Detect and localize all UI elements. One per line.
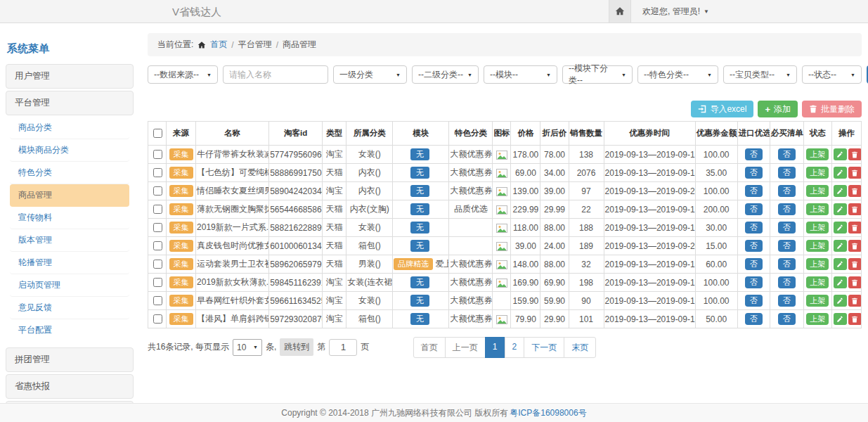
filter-select[interactable]: --宝贝类型-- ▼ (723, 65, 797, 84)
delete-button[interactable] (848, 240, 862, 252)
delete-button[interactable] (848, 222, 862, 234)
row-checkbox[interactable] (153, 205, 162, 214)
must-buy-toggle[interactable]: 否 (778, 222, 796, 234)
name-search-input[interactable] (223, 65, 328, 84)
sidebar-subitem[interactable]: 特色分类 (10, 162, 129, 184)
filter-select[interactable]: --模块-- ▼ (484, 65, 557, 84)
imported-toggle[interactable]: 否 (745, 276, 763, 288)
sidebar-subitem[interactable]: 平台配置 (10, 319, 129, 341)
row-checkbox[interactable] (153, 186, 162, 196)
delete-button[interactable] (848, 313, 862, 325)
page-number-input[interactable] (329, 339, 357, 356)
delete-button[interactable] (848, 167, 862, 179)
filter-select[interactable]: --二级分类-- ▼ (412, 65, 479, 84)
edit-button[interactable] (834, 203, 847, 215)
must-buy-toggle[interactable]: 否 (778, 203, 796, 215)
filter-select[interactable]: --模块下分类-- ▼ (562, 65, 633, 84)
row-checkbox[interactable] (153, 150, 162, 159)
row-checkbox[interactable] (153, 296, 162, 305)
sidebar-subitem[interactable]: 轮播管理 (10, 252, 129, 274)
edit-button[interactable] (834, 258, 847, 270)
status-button[interactable]: 上架 (806, 276, 829, 288)
filter-select[interactable]: --数据来源-- ▼ (148, 65, 218, 84)
select-all-checkbox[interactable] (153, 129, 162, 138)
status-button[interactable]: 上架 (806, 167, 829, 179)
jump-button[interactable]: 跳转到 (280, 338, 313, 356)
must-buy-toggle[interactable]: 否 (778, 240, 796, 252)
sidebar-subitem[interactable]: 商品管理 (10, 184, 129, 207)
row-checkbox[interactable] (153, 168, 162, 177)
imported-toggle[interactable]: 否 (745, 313, 763, 325)
status-button[interactable]: 上架 (806, 240, 829, 252)
sidebar-subitem[interactable]: 模块商品分类 (10, 139, 129, 162)
status-button[interactable]: 上架 (806, 203, 829, 215)
status-button[interactable]: 上架 (806, 185, 829, 197)
status-button[interactable]: 上架 (806, 222, 829, 234)
pager-button[interactable]: 下一页 (524, 337, 564, 358)
delete-button[interactable] (848, 276, 862, 288)
row-checkbox[interactable] (153, 260, 162, 269)
sidebar-group-header[interactable]: 拼团管理 (6, 347, 134, 372)
imported-toggle[interactable]: 否 (745, 258, 763, 270)
imported-toggle[interactable]: 否 (745, 240, 763, 252)
row-checkbox[interactable] (153, 314, 162, 324)
user-menu[interactable]: 欢迎您, 管理员! ▼ (631, 0, 720, 23)
status-button[interactable]: 上架 (806, 148, 829, 160)
edit-button[interactable] (834, 148, 847, 160)
imported-toggle[interactable]: 否 (745, 148, 763, 160)
home-button[interactable] (609, 0, 631, 23)
sidebar-subitem[interactable]: 版本管理 (10, 229, 129, 252)
filter-select[interactable]: 一级分类 ▼ (333, 65, 407, 84)
pager-button[interactable]: 首页 (413, 337, 446, 358)
imported-toggle[interactable]: 否 (745, 295, 763, 307)
delete-button[interactable] (848, 203, 862, 215)
row-checkbox[interactable] (153, 241, 162, 250)
must-buy-toggle[interactable]: 否 (778, 295, 796, 307)
delete-button[interactable] (848, 258, 862, 270)
edit-button[interactable] (834, 313, 847, 325)
must-buy-toggle[interactable]: 否 (778, 258, 796, 270)
batch-delete-button[interactable]: 批量删除 (802, 101, 862, 117)
must-buy-toggle[interactable]: 否 (778, 148, 796, 160)
icp-link[interactable]: 粤ICP备16098006号 (510, 407, 586, 419)
imported-toggle[interactable]: 否 (745, 167, 763, 179)
must-buy-toggle[interactable]: 否 (778, 313, 796, 325)
must-buy-toggle[interactable]: 否 (778, 276, 796, 288)
sidebar-subitem[interactable]: 宣传物料 (10, 207, 129, 229)
filter-select[interactable]: --特色分类-- ▼ (637, 65, 718, 84)
sidebar-subitem[interactable]: 启动页管理 (10, 274, 129, 297)
imported-toggle[interactable]: 否 (745, 203, 763, 215)
edit-button[interactable] (834, 240, 847, 252)
pager-button[interactable]: 1 (485, 337, 505, 358)
row-checkbox[interactable] (153, 278, 162, 287)
delete-button[interactable] (848, 148, 862, 160)
per-page-select[interactable]: 10 ▼ (233, 339, 262, 356)
sidebar-subitem[interactable]: 意见反馈 (10, 297, 129, 319)
pager-button[interactable]: 2 (505, 337, 525, 358)
edit-button[interactable] (834, 167, 847, 179)
add-button[interactable]: + 添加 (758, 101, 798, 117)
status-button[interactable]: 上架 (806, 313, 829, 325)
import-excel-button[interactable]: 导入excel (691, 101, 753, 117)
status-button[interactable]: 上架 (806, 258, 829, 270)
sidebar-group-header[interactable]: 省惠快报 (6, 374, 134, 399)
filter-select[interactable]: --状态-- ▼ (802, 65, 862, 84)
edit-button[interactable] (834, 295, 847, 307)
pager-button[interactable]: 上一页 (445, 337, 486, 358)
edit-button[interactable] (834, 276, 847, 288)
delete-button[interactable] (848, 295, 862, 307)
imported-toggle[interactable]: 否 (745, 185, 763, 197)
must-buy-toggle[interactable]: 否 (778, 167, 796, 179)
imported-toggle[interactable]: 否 (745, 222, 763, 234)
edit-button[interactable] (834, 185, 847, 197)
row-checkbox[interactable] (153, 223, 162, 232)
sidebar-subitem[interactable]: 商品分类 (10, 117, 129, 139)
pager-button[interactable]: 末页 (564, 337, 596, 358)
edit-button[interactable] (834, 222, 847, 234)
delete-button[interactable] (848, 185, 862, 197)
sidebar-group-header[interactable]: 平台管理 (6, 91, 134, 115)
status-button[interactable]: 上架 (806, 295, 829, 307)
sidebar-group-header[interactable]: 用户管理 (6, 64, 134, 89)
must-buy-toggle[interactable]: 否 (778, 185, 796, 197)
breadcrumb-home-link[interactable]: 首页 (210, 39, 227, 51)
